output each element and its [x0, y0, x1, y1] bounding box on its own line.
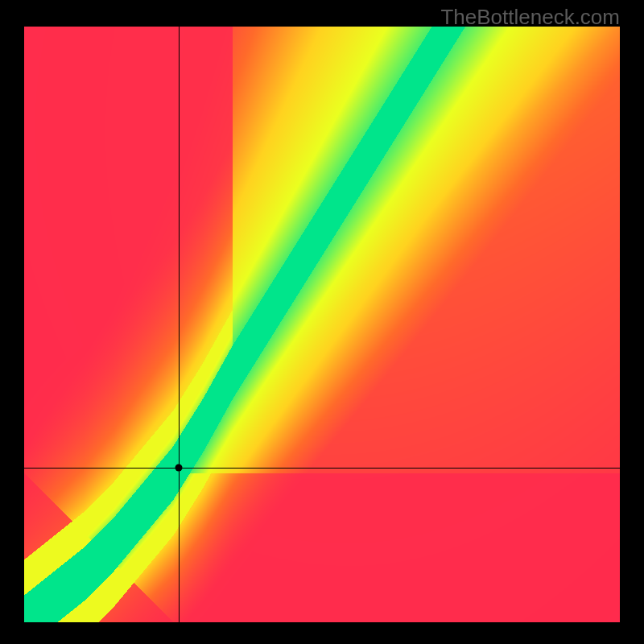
- marker-dot: [175, 464, 183, 471]
- app-frame: TheBottleneck.com: [0, 0, 644, 644]
- heatmap-canvas: [24, 27, 620, 622]
- crosshair-horizontal: [24, 468, 620, 469]
- bottleneck-heatmap: [24, 27, 620, 622]
- crosshair-vertical: [179, 27, 180, 622]
